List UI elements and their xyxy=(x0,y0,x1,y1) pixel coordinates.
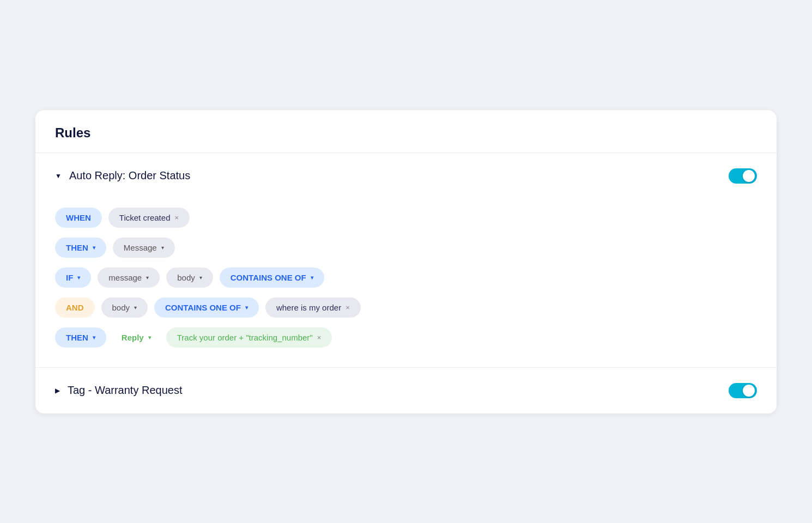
when-pill[interactable]: WHEN xyxy=(55,208,102,228)
rule-auto-reply-section: ▼ Auto Reply: Order Status WHEN Ticket c… xyxy=(35,153,777,368)
body-field2-pill[interactable]: body ▾ xyxy=(101,297,148,318)
track-label: Track your order + "tracking_number" xyxy=(177,333,313,342)
track-pill[interactable]: Track your order + "tracking_number" × xyxy=(166,327,332,348)
body-field1-dropdown-icon: ▾ xyxy=(199,275,202,281)
message-pill[interactable]: Message ▾ xyxy=(113,238,175,258)
if-pill[interactable]: IF ▾ xyxy=(55,267,91,288)
message-field-label: message xyxy=(108,273,142,282)
body-field2-label: body xyxy=(112,303,130,312)
body-field1-pill[interactable]: body ▾ xyxy=(166,267,213,288)
then-pill[interactable]: THEN ▾ xyxy=(55,238,106,258)
then2-dropdown-icon: ▾ xyxy=(93,335,95,340)
then2-label: THEN xyxy=(66,333,88,342)
where-is-my-order-label: where is my order xyxy=(276,303,341,312)
page-header: Rules xyxy=(35,110,777,153)
rule1-row-when: WHEN Ticket created × xyxy=(55,208,757,228)
rule1-chevron-down-icon[interactable]: ▼ xyxy=(55,172,62,180)
contains-one-of1-label: CONTAINS ONE OF xyxy=(231,273,306,282)
message-dropdown-icon: ▾ xyxy=(161,245,164,251)
ticket-created-label: Ticket created xyxy=(119,213,171,222)
track-close-icon[interactable]: × xyxy=(317,333,322,342)
where-is-my-order-close-icon[interactable]: × xyxy=(346,303,350,312)
message-field-pill[interactable]: message ▾ xyxy=(98,267,160,288)
if-dropdown-icon: ▾ xyxy=(77,275,80,281)
body-field2-dropdown-icon: ▾ xyxy=(134,305,137,311)
message-label: Message xyxy=(124,243,157,252)
rule1-row-and: AND body ▾ CONTAINS ONE OF ▾ where is my… xyxy=(55,297,757,318)
ticket-created-close-icon[interactable]: × xyxy=(174,214,179,222)
body-field1-label: body xyxy=(177,273,195,282)
if-label: IF xyxy=(66,273,73,282)
rule1-row-then: THEN ▾ Message ▾ xyxy=(55,238,757,258)
rule1-row-then2: THEN ▾ Reply ▾ Track your order + "track… xyxy=(55,327,757,348)
rule1-body: WHEN Ticket created × THEN ▾ Message ▾ xyxy=(35,199,777,367)
page-title: Rules xyxy=(55,125,757,141)
rule-warranty-section: ▶ Tag - Warranty Request xyxy=(35,368,777,413)
then-label: THEN xyxy=(66,243,88,252)
rule1-toggle[interactable] xyxy=(729,168,757,184)
reply-label: Reply xyxy=(122,333,144,342)
rules-card: Rules ▼ Auto Reply: Order Status WHEN Ti… xyxy=(35,110,777,413)
rule2-header: ▶ Tag - Warranty Request xyxy=(35,368,777,413)
reply-dropdown-icon: ▾ xyxy=(148,335,151,340)
contains-one-of2-pill[interactable]: CONTAINS ONE OF ▾ xyxy=(154,297,259,318)
rule2-chevron-right-icon[interactable]: ▶ xyxy=(55,387,60,394)
ticket-created-pill[interactable]: Ticket created × xyxy=(108,208,190,228)
message-field-dropdown-icon: ▾ xyxy=(146,275,149,281)
rule2-title: Tag - Warranty Request xyxy=(68,384,182,397)
contains-one-of1-dropdown-icon: ▾ xyxy=(311,275,313,281)
rule2-header-left: ▶ Tag - Warranty Request xyxy=(55,384,182,397)
rule1-row-if: IF ▾ message ▾ body ▾ CONTAINS ONE OF ▾ xyxy=(55,267,757,288)
contains-one-of2-dropdown-icon: ▾ xyxy=(245,305,248,311)
rule1-title: Auto Reply: Order Status xyxy=(69,169,190,182)
then2-pill[interactable]: THEN ▾ xyxy=(55,327,106,348)
rule1-toggle-slider xyxy=(729,168,757,184)
where-is-my-order-pill[interactable]: where is my order × xyxy=(265,297,361,318)
rule2-toggle[interactable] xyxy=(729,383,757,398)
rule1-header: ▼ Auto Reply: Order Status xyxy=(35,153,777,199)
rule2-toggle-slider xyxy=(729,383,757,398)
reply-pill[interactable]: Reply ▾ xyxy=(113,327,160,348)
then-dropdown-icon: ▾ xyxy=(93,245,95,251)
contains-one-of1-pill[interactable]: CONTAINS ONE OF ▾ xyxy=(220,267,324,288)
contains-one-of2-label: CONTAINS ONE OF xyxy=(165,303,241,312)
rule1-header-left: ▼ Auto Reply: Order Status xyxy=(55,169,190,182)
and-pill[interactable]: AND xyxy=(55,297,95,318)
